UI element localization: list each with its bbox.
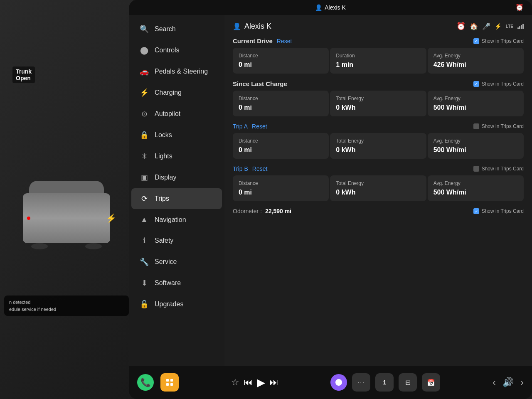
current-drive-duration-value: 1 min bbox=[336, 61, 420, 69]
sidebar-item-autopilot[interactable]: ⊙ Autopilot bbox=[131, 103, 222, 124]
trip-a-title: Trip A bbox=[233, 123, 248, 130]
app-icon-controls2[interactable]: ⊟ bbox=[399, 373, 417, 392]
sidebar: 🔍 Search ⬤ Controls 🚗 Pedals & Steering … bbox=[129, 15, 224, 366]
sidebar-label-lights: Lights bbox=[155, 153, 172, 160]
since-last-charge-title: Since Last Charge bbox=[233, 80, 287, 87]
since-last-charge-header: Since Last Charge ✓ Show in Trips Card bbox=[233, 80, 524, 87]
since-last-charge-totalenergy-card: Total Energy 0 kWh bbox=[330, 91, 426, 116]
sidebar-item-navigation[interactable]: ▲ Navigation bbox=[131, 209, 222, 230]
trip-a-show-trips[interactable]: Show in Trips Card bbox=[473, 123, 524, 129]
taskbar-left: 📞 bbox=[137, 373, 179, 392]
nav-right-icon[interactable]: › bbox=[520, 377, 524, 388]
sidebar-item-lights[interactable]: ✳ Lights bbox=[131, 146, 222, 167]
prev-track-icon[interactable]: ⏮ bbox=[244, 377, 253, 388]
since-last-charge-distance-value: 0 mi bbox=[239, 104, 323, 111]
sidebar-item-controls[interactable]: ⬤ Controls bbox=[131, 40, 222, 61]
trip-a-distance-label: Distance bbox=[239, 138, 323, 144]
sidebar-item-safety[interactable]: ℹ Safety bbox=[131, 230, 222, 251]
top-bar: 👤 Alexis K ⏰ bbox=[129, 0, 532, 15]
current-drive-show-trips[interactable]: ✓ Show in Trips Card bbox=[473, 38, 524, 44]
current-drive-title: Current Drive bbox=[233, 37, 273, 44]
play-icon[interactable]: ▶ bbox=[257, 376, 265, 389]
status-icons: ⏰ 🏠 🎤 ⚡ LTE bbox=[456, 22, 524, 31]
trip-a-title-group: Trip A Reset bbox=[233, 123, 267, 130]
trip-a-section: Trip A Reset Show in Trips Card Distance… bbox=[233, 123, 524, 159]
sidebar-label-software: Software bbox=[155, 279, 181, 287]
trip-a-trips-label: Show in Trips Card bbox=[482, 123, 524, 129]
odometer-show-trips[interactable]: ✓ Show in Trips Card bbox=[473, 208, 524, 214]
sidebar-item-service[interactable]: 🔧 Service bbox=[131, 251, 222, 272]
taskbar: 📞 ☆ ⏮ ▶ ⏭ ··· 1 bbox=[129, 366, 532, 399]
trip-b-distance-card: Distance 0 mi bbox=[233, 175, 329, 201]
trip-a-totalenergy-label: Total Energy bbox=[336, 138, 420, 144]
trip-a-header: Trip A Reset Show in Trips Card bbox=[233, 123, 524, 130]
sidebar-item-upgrades[interactable]: 🔓 Upgrades bbox=[131, 294, 222, 315]
since-last-charge-show-trips[interactable]: ✓ Show in Trips Card bbox=[473, 81, 524, 87]
music-star-icon[interactable]: ☆ bbox=[231, 377, 239, 388]
volume-icon[interactable]: 🔊 bbox=[502, 377, 514, 388]
current-drive-reset[interactable]: Reset bbox=[277, 38, 292, 44]
fault-message: n detected edule service if needed bbox=[4, 296, 129, 316]
phone-button[interactable]: 📞 bbox=[137, 374, 154, 391]
username-text: Alexis K bbox=[244, 22, 271, 31]
sidebar-item-software[interactable]: ⬇ Software bbox=[131, 273, 222, 293]
nav-left-icon[interactable]: ‹ bbox=[493, 377, 496, 388]
since-last-charge-distance-label: Distance bbox=[239, 96, 323, 101]
sidebar-label-autopilot: Autopilot bbox=[155, 110, 180, 118]
since-last-charge-checkbox[interactable]: ✓ bbox=[473, 81, 479, 87]
sidebar-item-display[interactable]: ▣ Display bbox=[131, 167, 222, 188]
service-icon: 🔧 bbox=[140, 257, 149, 266]
trip-a-reset[interactable]: Reset bbox=[252, 123, 267, 130]
trip-b-avgenergy-card: Avg. Energy 500 Wh/mi bbox=[428, 175, 524, 201]
user-icon: 👤 bbox=[315, 4, 322, 11]
current-drive-distance-value: 0 mi bbox=[239, 61, 323, 69]
main-panel: 👤 Alexis K ⏰ 🔍 Search ⬤ Controls 🚗 Pedal… bbox=[129, 0, 532, 399]
odometer-trips-label: Show in Trips Card bbox=[482, 208, 524, 214]
locks-icon: 🔒 bbox=[140, 131, 149, 140]
display-icon: ▣ bbox=[140, 173, 149, 182]
app-icon-dots[interactable]: ··· bbox=[352, 373, 370, 392]
app-icon-orange[interactable] bbox=[160, 373, 179, 392]
trip-b-trips-label: Show in Trips Card bbox=[482, 166, 524, 172]
sidebar-item-locks[interactable]: 🔒 Locks bbox=[131, 125, 222, 145]
safety-icon: ℹ bbox=[140, 236, 149, 245]
since-last-charge-avgenergy-label: Avg. Energy bbox=[433, 96, 518, 101]
sidebar-item-trips[interactable]: ⟳ Trips bbox=[131, 188, 222, 209]
svg-rect-3 bbox=[170, 383, 173, 386]
trip-a-stats: Distance 0 mi Total Energy 0 kWh Avg. En… bbox=[233, 133, 524, 159]
app-icon-number[interactable]: 1 bbox=[375, 373, 394, 392]
trip-a-checkbox[interactable] bbox=[473, 123, 479, 129]
sidebar-label-locks: Locks bbox=[155, 131, 172, 139]
trip-a-avgenergy-label: Avg. Energy bbox=[433, 138, 518, 144]
sidebar-label-navigation: Navigation bbox=[155, 216, 186, 224]
trip-b-reset[interactable]: Reset bbox=[252, 165, 268, 172]
since-last-charge-avgenergy-value: 500 Wh/mi bbox=[433, 104, 518, 111]
app-icon-calendar[interactable]: 📅 bbox=[422, 373, 440, 392]
trip-b-totalenergy-card: Total Energy 0 kWh bbox=[330, 175, 426, 201]
since-last-charge-distance-card: Distance 0 mi bbox=[233, 91, 329, 116]
odometer-checkbox[interactable]: ✓ bbox=[473, 208, 479, 214]
software-icon: ⬇ bbox=[140, 278, 149, 288]
user-avatar-icon: 👤 bbox=[233, 22, 241, 30]
current-drive-distance-card: Distance 0 mi bbox=[233, 48, 329, 74]
app-icon-purple[interactable] bbox=[330, 374, 347, 391]
trip-b-distance-label: Distance bbox=[239, 180, 323, 186]
sidebar-item-pedals[interactable]: 🚗 Pedals & Steering bbox=[131, 61, 222, 82]
since-last-charge-title-group: Since Last Charge bbox=[233, 80, 287, 87]
trip-b-title: Trip B bbox=[233, 165, 248, 172]
navigation-icon: ▲ bbox=[140, 215, 149, 224]
current-drive-header: Current Drive Reset ✓ Show in Trips Card bbox=[233, 37, 524, 44]
trip-b-checkbox[interactable] bbox=[473, 166, 479, 172]
lights-icon: ✳ bbox=[140, 152, 149, 161]
next-track-icon[interactable]: ⏭ bbox=[269, 377, 278, 388]
odometer-value: 22,590 mi bbox=[265, 208, 291, 214]
trip-a-totalenergy-card: Total Energy 0 kWh bbox=[330, 133, 426, 159]
trip-b-show-trips[interactable]: Show in Trips Card bbox=[473, 166, 524, 172]
sidebar-item-charging[interactable]: ⚡ Charging bbox=[131, 82, 222, 103]
trip-b-distance-value: 0 mi bbox=[239, 189, 323, 196]
sidebar-label-service: Service bbox=[155, 258, 177, 266]
current-drive-checkbox[interactable]: ✓ bbox=[473, 38, 479, 44]
sidebar-item-search[interactable]: 🔍 Search bbox=[131, 19, 222, 39]
sidebar-label-display: Display bbox=[155, 174, 176, 181]
current-drive-duration-card: Duration 1 min bbox=[330, 48, 426, 74]
